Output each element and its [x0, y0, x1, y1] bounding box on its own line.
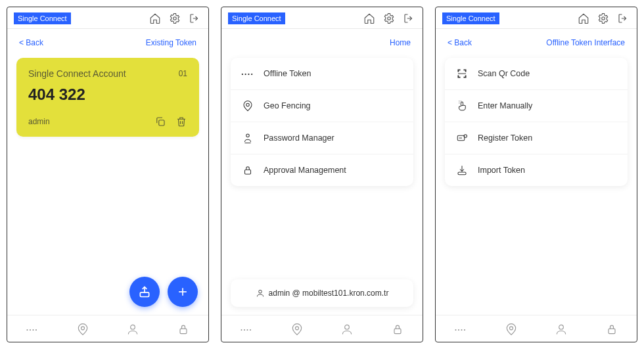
token-index: 01 — [179, 69, 187, 78]
lock-icon — [241, 164, 254, 177]
screen-home: Single Connect Home •••• Offline Token G… — [221, 7, 423, 342]
svg-point-19 — [559, 325, 564, 329]
fab-group — [129, 277, 198, 307]
svg-point-7 — [246, 103, 250, 106]
menu-enter-manually[interactable]: Enter Manually — [445, 90, 628, 122]
menu-approval-management[interactable]: Approval Management — [231, 154, 413, 186]
home-icon[interactable] — [578, 12, 589, 24]
nav-offline-token[interactable]: •••• — [239, 322, 254, 337]
user-key-icon — [241, 131, 254, 145]
home-icon[interactable] — [363, 12, 375, 24]
menu-offline-token[interactable]: •••• Offline Token — [231, 58, 413, 90]
svg-point-10 — [258, 290, 262, 293]
menu-label: Password Manager — [264, 133, 334, 143]
token-code: 404 322 — [28, 85, 187, 104]
menu-geo-fencing[interactable]: Geo Fencing — [231, 90, 413, 122]
user-card: admin @ mobiltest101.kron.com.tr — [231, 279, 413, 307]
screen-title: Home — [390, 38, 411, 47]
svg-point-18 — [509, 327, 513, 330]
exit-icon[interactable] — [403, 12, 415, 24]
token-actions — [154, 116, 187, 128]
menu-label: Approval Management — [264, 166, 346, 175]
subbar: < Back Offline Token Interface — [436, 29, 637, 54]
trash-icon[interactable] — [175, 116, 187, 128]
bottom-nav: •••• — [436, 315, 637, 342]
nav-password-manager[interactable] — [554, 322, 568, 337]
nav-offline-token[interactable]: •••• — [453, 322, 468, 337]
menu-label: Offline Token — [264, 69, 311, 78]
nav-approval-management[interactable] — [390, 322, 405, 337]
svg-rect-20 — [609, 329, 615, 334]
brand-badge: Single Connect — [228, 12, 285, 24]
import-icon — [455, 164, 469, 177]
menu-label: Register Token — [478, 133, 532, 143]
svg-point-8 — [246, 134, 250, 137]
exit-icon[interactable] — [189, 12, 200, 24]
content: Scan Qr Code Enter Manually Register Tok… — [436, 54, 637, 315]
token-interface-menu: Scan Qr Code Enter Manually Register Tok… — [445, 58, 628, 186]
subbar: < Back Existing Token — [7, 29, 208, 54]
menu-password-manager[interactable]: Password Manager — [231, 122, 413, 154]
gear-icon[interactable] — [169, 12, 181, 24]
add-button[interactable] — [168, 277, 198, 307]
location-icon — [241, 99, 254, 112]
gear-icon[interactable] — [597, 12, 609, 24]
svg-point-11 — [295, 327, 298, 330]
topbar-icons — [149, 12, 200, 24]
menu-label: Enter Manually — [478, 101, 532, 110]
menu-register-token[interactable]: Register Token — [445, 122, 628, 154]
menu-import-token[interactable]: Import Token — [445, 154, 628, 186]
nav-approval-management[interactable] — [605, 322, 619, 337]
topbar-icons — [363, 12, 415, 24]
screen-title: Offline Token Interface — [546, 38, 625, 47]
token-user: admin — [28, 117, 50, 126]
menu-label: Scan Qr Code — [478, 69, 530, 78]
user-line: admin @ mobiltest101.kron.com.tr — [269, 289, 389, 298]
home-icon[interactable] — [149, 12, 161, 24]
back-link[interactable]: < Back — [19, 38, 43, 47]
nav-offline-token[interactable]: •••• — [25, 322, 39, 337]
back-link[interactable]: < Back — [448, 38, 472, 47]
nav-geo-fencing[interactable] — [290, 322, 304, 337]
gear-icon[interactable] — [383, 12, 395, 24]
exit-icon[interactable] — [617, 12, 629, 24]
svg-point-6 — [388, 17, 391, 20]
svg-point-14 — [602, 17, 605, 20]
token-account-title: Single Connect Account — [28, 68, 126, 79]
menu-label: Import Token — [478, 166, 525, 175]
topbar: Single Connect — [221, 7, 423, 29]
screen-existing-token: Single Connect < Back Existing Token Sin… — [7, 7, 209, 342]
subbar: Home — [221, 29, 423, 54]
register-icon — [455, 131, 469, 145]
qr-icon — [455, 67, 469, 80]
copy-icon[interactable] — [154, 116, 166, 128]
svg-point-4 — [131, 325, 135, 329]
dots-icon: •••• — [241, 67, 254, 80]
nav-password-manager[interactable] — [126, 322, 140, 337]
nav-geo-fencing[interactable] — [504, 322, 518, 337]
screen-offline-token-interface: Single Connect < Back Offline Token Inte… — [435, 7, 637, 342]
svg-rect-13 — [394, 329, 401, 334]
bottom-nav: •••• — [221, 315, 423, 342]
menu-label: Geo Fencing — [264, 101, 311, 110]
bottom-nav: •••• — [7, 315, 208, 342]
svg-point-0 — [173, 17, 177, 20]
brand-badge: Single Connect — [442, 12, 499, 24]
topbar: Single Connect — [436, 7, 637, 29]
token-card[interactable]: Single Connect Account 01 404 322 admin — [16, 58, 199, 137]
share-button[interactable] — [129, 277, 160, 307]
svg-point-3 — [81, 327, 84, 330]
nav-geo-fencing[interactable] — [76, 322, 90, 337]
topbar: Single Connect — [7, 7, 208, 29]
nav-password-manager[interactable] — [340, 322, 354, 337]
svg-rect-9 — [245, 170, 251, 174]
nav-approval-management[interactable] — [176, 322, 191, 337]
svg-point-12 — [345, 325, 350, 329]
svg-rect-1 — [159, 120, 164, 126]
menu-scan-qr[interactable]: Scan Qr Code — [445, 58, 628, 90]
screen-title: Existing Token — [146, 38, 196, 47]
topbar-icons — [578, 12, 629, 24]
user-icon — [256, 289, 265, 298]
home-menu: •••• Offline Token Geo Fencing Password … — [231, 58, 413, 186]
brand-badge: Single Connect — [14, 12, 71, 24]
